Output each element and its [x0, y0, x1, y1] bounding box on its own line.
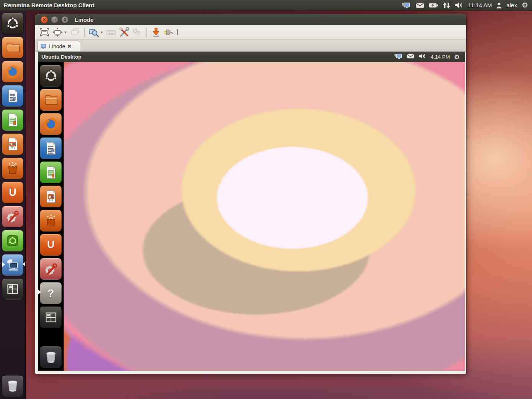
grab-keyboard-button[interactable]	[106, 27, 117, 38]
remote-clock[interactable]: 4:14 PM	[430, 54, 450, 60]
remmina-window: ✕ Linode ▾ ▾	[35, 14, 466, 374]
unknown-app-glyph: ?	[47, 287, 54, 300]
remote-launcher-item-firefox[interactable]	[40, 113, 62, 135]
launcher-item-trash[interactable]	[2, 375, 23, 397]
toolbar-separator	[146, 28, 147, 37]
tab-label: Linode	[49, 43, 65, 49]
remote-launcher-item-ubuntu-dash[interactable]	[40, 65, 62, 87]
ubuntu-one-glyph: U	[47, 239, 55, 251]
minimize-to-tray-button[interactable]	[151, 27, 161, 38]
toolbar-text-caret	[177, 29, 178, 35]
remote-desktop-wallpaper[interactable]	[64, 62, 465, 371]
launcher-item-libreoffice-impress[interactable]	[2, 133, 23, 155]
launcher-item-ubuntu-one[interactable]: U	[2, 182, 23, 203]
launcher-item-libreoffice-calc[interactable]	[2, 109, 23, 131]
mail-tray-icon[interactable]	[415, 2, 424, 8]
launcher-item-ubuntu-software-center[interactable]	[2, 158, 23, 179]
fullscreen-button[interactable]	[52, 27, 63, 38]
session-gear-icon[interactable]: ⚙	[522, 2, 528, 9]
switch-page-button[interactable]	[70, 27, 80, 38]
launcher-item-home-folder[interactable]	[2, 37, 23, 58]
fullscreen-caret-icon[interactable]: ▾	[64, 30, 67, 35]
host-top-panel: Remmina Remote Desktop Client 11:14 AM a…	[0, 0, 532, 11]
focused-indicator	[23, 262, 25, 266]
maximize-icon	[64, 18, 66, 21]
remote-launcher-item-system-settings[interactable]	[40, 258, 62, 280]
launcher-item-libreoffice-writer[interactable]	[2, 85, 23, 107]
remote-session-gear-icon[interactable]: ⚙	[454, 54, 460, 60]
remote-launcher-item-ubuntu-one[interactable]: U	[40, 234, 62, 256]
window-minimize-button[interactable]	[51, 16, 58, 23]
host-system-tray: 11:14 AM alex ⚙	[401, 2, 532, 9]
remote-launcher-item-ubuntu-software-center[interactable]	[40, 210, 62, 232]
remote-launcher-item-trash[interactable]	[40, 346, 62, 368]
resize-to-fit-button[interactable]	[39, 27, 50, 38]
battery-tray-icon[interactable]	[429, 2, 438, 8]
remote-launcher-item-home-folder[interactable]	[40, 89, 62, 111]
launcher-item-workspace-switcher[interactable]	[2, 278, 23, 300]
window-title: Linode	[75, 16, 94, 23]
scaled-mode-button[interactable]	[89, 27, 99, 38]
remote-rdp-tray-icon[interactable]	[394, 53, 402, 61]
close-icon: ✕	[43, 18, 46, 22]
remote-running-indicator	[38, 290, 41, 294]
remote-mail-tray-icon[interactable]	[407, 53, 414, 61]
username-label[interactable]: alex	[506, 2, 517, 8]
preferences-button[interactable]: ⚙⚙	[132, 27, 143, 38]
toolbar-separator	[84, 28, 85, 37]
tab-close-icon[interactable]: ✖	[67, 44, 71, 49]
remote-launcher-item-unknown-app[interactable]: ?	[40, 282, 62, 304]
remote-volume-tray-icon[interactable]	[419, 53, 426, 61]
remote-desktop-tray-icon[interactable]	[401, 2, 411, 9]
user-icon[interactable]	[496, 2, 502, 8]
launcher-item-ubuntu-dash[interactable]	[2, 13, 23, 34]
remote-launcher-item-libreoffice-writer[interactable]	[40, 137, 62, 159]
volume-tray-icon[interactable]	[455, 2, 463, 8]
tab-linode[interactable]: Linode ✖	[37, 41, 80, 51]
window-titlebar[interactable]: ✕ Linode	[35, 14, 466, 26]
active-app-title: Remmina Remote Desktop Client	[4, 2, 94, 8]
window-toolbar: ▾ ▾ ⚙⚙	[35, 25, 466, 39]
remote-menu-title[interactable]: Ubuntu Desktop	[41, 54, 81, 60]
window-maximize-button[interactable]	[61, 16, 69, 23]
launcher-item-ubuntu-software[interactable]	[2, 230, 23, 251]
remote-launcher-item-workspace-switcher[interactable]	[40, 306, 62, 328]
host-launcher: U	[0, 10, 26, 399]
disconnect-button[interactable]	[164, 27, 174, 38]
remote-top-panel: Ubuntu Desktop 4:14 PM ⚙	[38, 52, 465, 62]
remote-launcher: U ?	[38, 62, 64, 371]
remote-launcher-item-libreoffice-calc[interactable]	[40, 161, 62, 183]
ubuntu-one-glyph: U	[9, 187, 16, 199]
minimize-icon	[53, 20, 56, 20]
tab-bar: Linode ✖	[35, 39, 466, 52]
tools-button[interactable]	[119, 27, 130, 38]
remote-system-tray: 4:14 PM ⚙	[394, 53, 465, 61]
running-indicator	[2, 262, 5, 267]
sync-arrows-tray-icon[interactable]	[443, 2, 450, 9]
gears-icon: ⚙⚙	[132, 28, 142, 37]
scaled-caret-icon[interactable]: ▾	[101, 30, 103, 35]
launcher-item-firefox[interactable]	[2, 61, 23, 82]
remote-launcher-item-libreoffice-impress[interactable]	[40, 186, 62, 207]
remote-session-viewport[interactable]: Ubuntu Desktop 4:14 PM ⚙	[38, 51, 465, 371]
launcher-item-remmina[interactable]	[2, 254, 23, 276]
launcher-item-system-settings[interactable]	[2, 206, 23, 227]
tab-monitor-icon	[41, 44, 47, 49]
host-clock[interactable]: 11:14 AM	[468, 2, 492, 8]
window-close-button[interactable]: ✕	[41, 16, 48, 23]
screen: Remmina Remote Desktop Client 11:14 AM a…	[0, 0, 532, 399]
